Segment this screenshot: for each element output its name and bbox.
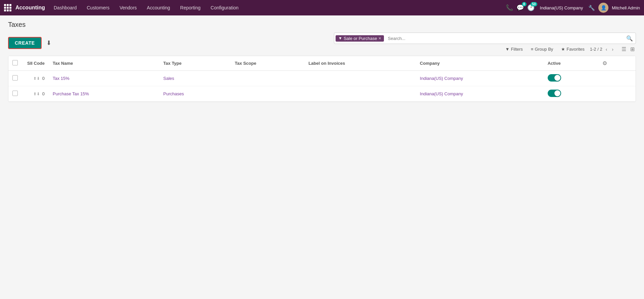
company-name: Indiana(US) Company [540, 5, 583, 10]
header-tax-scope: Tax Scope [231, 56, 305, 71]
row1-extra [597, 71, 636, 86]
select-all-checkbox[interactable] [12, 60, 18, 65]
row1-tax-name[interactable]: Tax 15% [49, 71, 159, 86]
filter-tag-close[interactable]: × [379, 36, 381, 41]
page-title: Taxes [8, 21, 636, 29]
toolbar-left: CREATE ⬇ [8, 37, 53, 49]
row1-toggle-thumb [554, 75, 560, 81]
table-row: ⬆⬇ 0 Purchase Tax 15% Purchases Indiana(… [8, 86, 636, 102]
row2-checkbox[interactable] [12, 91, 18, 96]
phone-icon: 📞 [506, 4, 513, 11]
row1-label-invoices [304, 71, 416, 86]
taxes-table: SII Code Tax Name Tax Type Tax Scope Lab… [8, 56, 636, 102]
nav-vendors[interactable]: Vendors [115, 3, 141, 12]
header-tax-type: Tax Type [159, 56, 231, 71]
filter-pagination-row: ▼ Filters ≡ Group By ★ Favorites 1-2 / 2… [53, 45, 636, 53]
filter-funnel-icon: ▼ [505, 47, 510, 52]
filters-button[interactable]: ▼ Filters [503, 45, 526, 53]
groupby-icon: ≡ [531, 47, 534, 52]
activity-badge: 50 [531, 2, 537, 6]
row2-tax-scope [231, 86, 305, 102]
prev-page-button[interactable]: ‹ [604, 46, 609, 53]
nav-dashboard[interactable]: Dashboard [49, 3, 82, 12]
create-button[interactable]: CREATE [8, 37, 42, 49]
row1-active [544, 71, 597, 86]
row1-sii-code: ⬆⬇ 0 [22, 71, 49, 86]
row2-tax-name-link[interactable]: Purchase Tax 15% [53, 91, 89, 96]
row1-company-link[interactable]: Indiana(US) Company [420, 76, 463, 81]
phone-icon-btn[interactable]: 📞 [506, 4, 513, 11]
toolbar-right: ▼ Sale or Purchase × 🔍 ▼ Filters ≡ Group… [53, 33, 636, 53]
filter-tag: ▼ Sale or Purchase × [336, 35, 384, 42]
header-checkbox-col [8, 56, 22, 71]
filter-tag-label: Sale or Purchase [344, 36, 377, 41]
table-row: ⬆⬇ 0 Tax 15% Sales Indiana(US) Company [8, 71, 636, 86]
header-sii-code: SII Code [22, 56, 49, 71]
row1-checkbox[interactable] [12, 75, 18, 81]
row2-toggle[interactable] [548, 90, 561, 97]
nav-customers[interactable]: Customers [82, 3, 114, 12]
row1-tax-type-link: Sales [163, 76, 175, 81]
search-input[interactable] [385, 35, 624, 42]
avatar[interactable]: 👤 [598, 3, 608, 13]
row2-tax-name[interactable]: Purchase Tax 15% [49, 86, 159, 102]
search-row: ▼ Sale or Purchase × 🔍 [53, 33, 636, 44]
grid-icon[interactable] [4, 4, 11, 11]
column-settings-icon[interactable]: ⚙ [601, 59, 608, 67]
nav-configuration[interactable]: Configuration [206, 3, 243, 12]
star-icon: ★ [561, 47, 565, 52]
column-settings-button[interactable]: ⊞ [629, 45, 636, 53]
pagination-label: 1-2 / 2 [590, 47, 602, 52]
row2-tax-type-link: Purchases [163, 91, 184, 96]
nav-accounting[interactable]: Accounting [142, 3, 175, 12]
row1-sort-arrows[interactable]: ⬆⬇ [33, 76, 40, 81]
row1-checkbox-cell [8, 71, 22, 86]
list-view-button[interactable]: ☰ [620, 45, 628, 53]
groupby-button[interactable]: ≡ Group By [528, 45, 556, 53]
row2-label-invoices [304, 86, 416, 102]
filter-icon: ▼ [338, 36, 342, 41]
settings-icon[interactable]: 🔧 [588, 5, 595, 11]
favorites-button[interactable]: ★ Favorites [558, 45, 587, 53]
row2-toggle-track[interactable] [548, 90, 561, 97]
search-container: ▼ Sale or Purchase × 🔍 [334, 33, 636, 44]
row2-tax-type: Purchases [159, 86, 231, 102]
row2-toggle-thumb [554, 90, 560, 96]
header-active: Active [544, 56, 597, 71]
next-page-button[interactable]: › [610, 46, 615, 53]
view-buttons: ☰ ⊞ [620, 45, 636, 53]
messages-badge: 8 [522, 2, 527, 6]
nav-menu: Dashboard Customers Vendors Accounting R… [49, 3, 504, 12]
header-tax-name: Tax Name [49, 56, 159, 71]
nav-right: 📞 💬 8 🕐 50 Indiana(US) Company 🔧 👤 Mitch… [506, 3, 640, 13]
navbar: Accounting Dashboard Customers Vendors A… [0, 0, 644, 15]
row1-tax-type: Sales [159, 71, 231, 86]
main-content: Taxes CREATE ⬇ ▼ Sale or Purchase × 🔍 [0, 15, 644, 299]
pagination: 1-2 / 2 ‹ › [590, 46, 615, 53]
search-button[interactable]: 🔍 [624, 34, 636, 43]
table-header-row: SII Code Tax Name Tax Type Tax Scope Lab… [8, 56, 636, 71]
row1-toggle[interactable] [548, 74, 561, 82]
row1-company: Indiana(US) Company [416, 71, 544, 86]
header-label-invoices: Label on Invoices [304, 56, 416, 71]
admin-name: Mitchell Admin [612, 5, 640, 10]
download-button[interactable]: ⬇ [45, 38, 53, 48]
row2-active [544, 86, 597, 102]
row1-tax-name-link[interactable]: Tax 15% [53, 76, 69, 81]
header-company: Company [416, 56, 544, 71]
activity-icon-btn[interactable]: 🕐 50 [527, 4, 535, 11]
row1-tax-scope [231, 71, 305, 86]
row2-sort-arrows[interactable]: ⬆⬇ [33, 92, 40, 96]
row2-extra [597, 86, 636, 102]
app-brand[interactable]: Accounting [4, 4, 45, 11]
brand-name: Accounting [15, 5, 45, 11]
row2-sii-code: ⬆⬇ 0 [22, 86, 49, 102]
nav-reporting[interactable]: Reporting [176, 3, 205, 12]
row2-checkbox-cell [8, 86, 22, 102]
row1-toggle-track[interactable] [548, 74, 561, 82]
taxes-table-container: SII Code Tax Name Tax Type Tax Scope Lab… [8, 56, 636, 102]
row2-company: Indiana(US) Company [416, 86, 544, 102]
header-settings: ⚙ [597, 56, 636, 71]
messages-icon-btn[interactable]: 💬 8 [516, 4, 524, 11]
row2-company-link[interactable]: Indiana(US) Company [420, 91, 463, 96]
